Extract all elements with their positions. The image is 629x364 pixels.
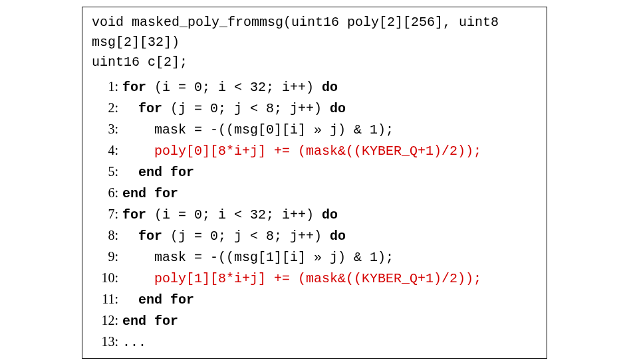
line-number: 4: xyxy=(92,140,118,160)
code-content: for (j = 0; j < 8; j++) do xyxy=(118,227,346,246)
code-content: end for xyxy=(118,163,194,183)
line-number: 9: xyxy=(92,246,118,266)
code-text xyxy=(122,165,138,180)
line-number: 2: xyxy=(92,98,118,118)
code-text: (i = 0; i < 32; i++) xyxy=(146,207,322,223)
function-signature: void masked_poly_frommsg(uint16 poly[2][… xyxy=(92,13,537,72)
code-content: for (i = 0; i < 32; i++) do xyxy=(118,78,338,98)
code-line: 5: end for xyxy=(92,161,537,183)
code-line: 1:for (i = 0; i < 32; i++) do xyxy=(92,76,537,98)
code-line: 6:end for xyxy=(92,183,537,204)
keyword: for xyxy=(138,101,162,116)
code-text: (j = 0; j < 8; j++) xyxy=(162,101,330,116)
line-number: 3: xyxy=(92,119,118,139)
code-line: 13:... xyxy=(92,331,537,353)
code-content: end for xyxy=(118,312,178,331)
code-text: (j = 0; j < 8; j++) xyxy=(162,228,330,244)
code-content: ... xyxy=(118,333,146,353)
signature-line-2: msg[2][32]) xyxy=(92,33,537,52)
code-line: 8: for (j = 0; j < 8; j++) do xyxy=(92,225,537,246)
code-content: mask = -((msg[0][i] » j) & 1); xyxy=(118,120,394,140)
code-content: end for xyxy=(118,290,194,310)
line-number: 1: xyxy=(92,76,118,96)
code-content: poly[1][8*i+j] += (mask&((KYBER_Q+1)/2))… xyxy=(118,269,481,289)
keyword: do xyxy=(322,207,338,223)
line-number: 11: xyxy=(92,289,118,309)
keyword: do xyxy=(330,101,346,116)
line-number: 7: xyxy=(92,204,118,224)
code-text: mask = -((msg[1][i] » j) & 1); xyxy=(122,250,394,265)
line-number: 6: xyxy=(92,183,118,203)
highlighted-code: poly[1][8*i+j] += (mask&((KYBER_Q+1)/2))… xyxy=(154,271,481,286)
code-line: 10: poly[1][8*i+j] += (mask&((KYBER_Q+1)… xyxy=(92,268,537,289)
code-line: 11: end for xyxy=(92,289,537,310)
line-number: 12: xyxy=(92,310,118,330)
keyword: end for xyxy=(122,186,178,201)
signature-line-1: void masked_poly_frommsg(uint16 poly[2][… xyxy=(92,13,537,33)
keyword: do xyxy=(322,80,338,95)
keyword: end for xyxy=(122,314,178,329)
line-number: 5: xyxy=(92,161,118,181)
code-text: ... xyxy=(122,335,146,350)
keyword: for xyxy=(122,80,146,95)
code-content: for (i = 0; i < 32; i++) do xyxy=(118,205,338,225)
highlighted-code: poly[0][8*i+j] += (mask&((KYBER_Q+1)/2))… xyxy=(154,143,481,159)
line-number: 13: xyxy=(92,331,118,351)
code-text xyxy=(122,228,138,244)
keyword: for xyxy=(138,228,162,244)
code-body: 1:for (i = 0; i < 32; i++) do 2: for (j … xyxy=(92,76,537,353)
keyword: do xyxy=(330,228,346,244)
line-number: 8: xyxy=(92,225,118,245)
keyword: end for xyxy=(138,292,194,308)
code-text xyxy=(122,292,138,308)
line-number: 10: xyxy=(92,268,118,288)
keyword: for xyxy=(122,207,146,223)
code-text: (i = 0; i < 32; i++) xyxy=(146,80,322,95)
code-text: mask = -((msg[0][i] » j) & 1); xyxy=(122,122,394,137)
code-listing-box: void masked_poly_frommsg(uint16 poly[2][… xyxy=(82,7,547,359)
signature-line-3: uint16 c[2]; xyxy=(92,52,537,72)
code-line: 3: mask = -((msg[0][i] » j) & 1); xyxy=(92,119,537,140)
code-content: mask = -((msg[1][i] » j) & 1); xyxy=(118,248,394,268)
code-content: poly[0][8*i+j] += (mask&((KYBER_Q+1)/2))… xyxy=(118,141,481,161)
code-line: 12:end for xyxy=(92,310,537,331)
code-line: 4: poly[0][8*i+j] += (mask&((KYBER_Q+1)/… xyxy=(92,140,537,161)
code-line: 7:for (i = 0; i < 32; i++) do xyxy=(92,204,537,225)
code-text xyxy=(122,143,154,159)
code-line: 2: for (j = 0; j < 8; j++) do xyxy=(92,98,537,119)
code-text xyxy=(122,271,154,286)
code-content: end for xyxy=(118,184,178,204)
code-content: for (j = 0; j < 8; j++) do xyxy=(118,99,346,119)
code-text xyxy=(122,101,138,116)
keyword: end for xyxy=(138,165,194,180)
code-line: 9: mask = -((msg[1][i] » j) & 1); xyxy=(92,246,537,268)
